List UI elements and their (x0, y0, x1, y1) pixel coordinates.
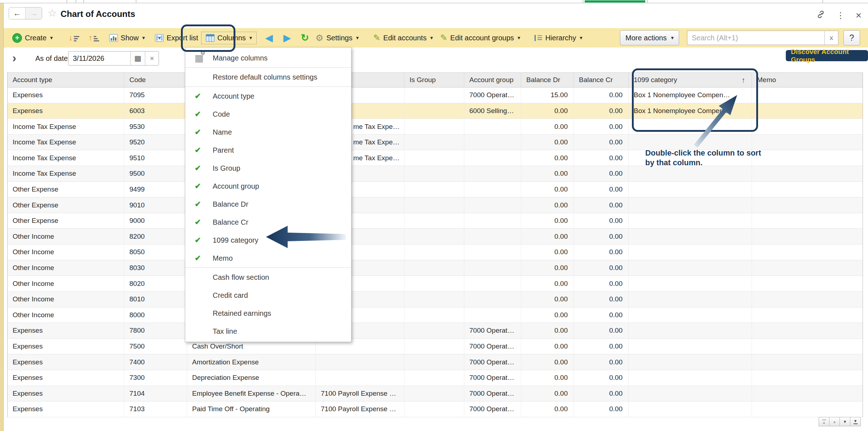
cell-balance_dr[interactable]: 0.00 (521, 260, 574, 276)
cell-account_group[interactable] (464, 135, 521, 150)
cell-code[interactable]: 9510 (124, 150, 187, 166)
cell-account_group[interactable]: 7000 Operat… (464, 323, 521, 338)
cell-balance_dr[interactable]: 0.00 (521, 370, 574, 386)
settings-button[interactable]: ⚙ Settings ▾ (315, 33, 359, 42)
next-arrow-button[interactable]: ▶ (283, 33, 291, 42)
cell-is_group[interactable] (404, 354, 464, 370)
cell-is_group[interactable] (404, 229, 464, 244)
scroll-to-top-button[interactable]: ▲ (819, 417, 829, 426)
cell-code[interactable]: 7500 (124, 339, 187, 354)
cell-code[interactable]: 8200 (124, 229, 187, 244)
cell-balance_dr[interactable]: 0.00 (521, 229, 574, 244)
cell-balance_cr[interactable]: 0.00 (574, 260, 629, 276)
cell-account_group[interactable] (464, 292, 521, 307)
menu-item-account-group[interactable]: ✔Account group (185, 177, 351, 195)
cell-balance_dr[interactable]: 0.00 (521, 292, 574, 307)
edit-accounts-button[interactable]: ✎ Edit accounts ▾ (373, 33, 433, 42)
table-row[interactable]: Other Income80500.000.00 (8, 244, 863, 260)
cell-account_group[interactable] (464, 276, 521, 291)
cell-parent[interactable]: 7100 Payroll Expense … (316, 386, 404, 401)
cell-balance_cr[interactable]: 0.00 (574, 307, 629, 323)
menu-item-restore-default-columns-settings[interactable]: Restore default columns settings (185, 68, 351, 86)
table-row[interactable]: Other Expense90000.000.00 (8, 213, 863, 229)
cell-is_group[interactable] (404, 135, 464, 150)
cell-code[interactable]: 7103 (124, 401, 187, 417)
cell-is_group[interactable] (404, 401, 464, 417)
cell-account_group[interactable] (464, 307, 521, 323)
cell-account_group[interactable] (464, 182, 521, 197)
table-row[interactable]: Expenses7400Amortization Expense7000 Ope… (8, 354, 863, 370)
table-row[interactable]: Income Tax Expense95000.000.00 (8, 166, 863, 182)
menu-item-account-type[interactable]: ✔Account type (185, 87, 351, 105)
table-row[interactable]: Expenses7104Employee Benefit Expense - O… (8, 386, 863, 402)
favorite-star-icon[interactable]: ☆ (48, 7, 57, 19)
cell-account_group[interactable] (464, 119, 521, 134)
cell-code[interactable]: 7104 (124, 386, 187, 401)
cell-balance_dr[interactable]: 0.00 (521, 323, 574, 338)
cell-balance_cr[interactable]: 0.00 (574, 292, 629, 307)
cell-balance_dr[interactable]: 0.00 (521, 339, 574, 354)
cell-memo[interactable] (752, 323, 863, 338)
scroll-down-button[interactable]: ▼ (840, 417, 850, 426)
cell-account_group[interactable] (464, 229, 521, 244)
cell-balance_cr[interactable]: 0.00 (574, 213, 629, 229)
cell-is_group[interactable] (404, 150, 464, 166)
cell-balance_dr[interactable]: 15.00 (521, 87, 574, 103)
cell-account_type[interactable]: Other Expense (8, 197, 124, 213)
forward-button[interactable]: → (25, 8, 42, 19)
column-header-balance_cr[interactable]: Balance Cr (574, 73, 629, 87)
cell-account_group[interactable]: 6000 Selling… (464, 103, 521, 119)
cell-account_type[interactable]: Other Income (8, 292, 124, 307)
column-header-account_type[interactable]: Account type (8, 73, 124, 87)
cell-account_group[interactable]: 7000 Operat… (464, 401, 521, 417)
cell-code[interactable]: 9000 (124, 213, 187, 229)
cell-category_1099[interactable] (629, 370, 752, 386)
table-row[interactable]: Other Income80200.000.00 (8, 276, 863, 292)
cell-balance_dr[interactable]: 0.00 (521, 386, 574, 401)
table-row[interactable]: Income Tax Expense9520me Tax Expe…0.000.… (8, 135, 863, 151)
cell-code[interactable]: 8010 (124, 292, 187, 307)
cell-is_group[interactable] (404, 244, 464, 260)
table-row[interactable]: Other Expense90100.000.00 (8, 197, 863, 213)
cell-name[interactable]: Paid Time Off - Operating (187, 401, 316, 417)
table-row[interactable]: Other Income82000.000.00 (8, 229, 863, 244)
cell-account_type[interactable]: Other Income (8, 229, 124, 244)
cell-parent[interactable] (316, 354, 404, 370)
cell-account_type[interactable]: Expenses (8, 370, 124, 386)
cell-memo[interactable] (752, 119, 863, 134)
cell-memo[interactable] (752, 103, 863, 119)
cell-balance_cr[interactable]: 0.00 (574, 119, 629, 134)
cell-memo[interactable] (752, 213, 863, 229)
cell-is_group[interactable] (404, 182, 464, 197)
cell-account_type[interactable]: Other Expense (8, 182, 124, 197)
cell-is_group[interactable] (404, 292, 464, 307)
cell-code[interactable]: 9499 (124, 182, 187, 197)
edit-account-groups-button[interactable]: ✎ Edit account groups ▾ (440, 33, 520, 42)
cell-account_group[interactable] (464, 244, 521, 260)
cell-memo[interactable] (752, 307, 863, 323)
cell-category_1099[interactable] (629, 401, 752, 417)
kebab-menu-icon[interactable]: ⋮ (836, 10, 845, 21)
cell-is_group[interactable] (404, 323, 464, 338)
cell-code[interactable]: 7800 (124, 323, 187, 338)
cell-category_1099[interactable] (629, 135, 752, 150)
cell-balance_cr[interactable]: 0.00 (574, 354, 629, 370)
cell-account_type[interactable]: Income Tax Expense (8, 119, 124, 134)
as-of-date-input[interactable] (68, 51, 130, 65)
table-row[interactable]: Other Income80000.000.00 (8, 307, 863, 323)
cell-balance_cr[interactable]: 0.00 (574, 182, 629, 197)
cell-code[interactable]: 9500 (124, 166, 187, 181)
create-button[interactable]: + Create ▾ (12, 33, 53, 43)
cell-account_type[interactable]: Expenses (8, 87, 124, 103)
cell-code[interactable]: 6003 (124, 103, 187, 119)
cell-balance_cr[interactable]: 0.00 (574, 87, 629, 103)
cell-category_1099[interactable] (629, 244, 752, 260)
menu-item-retained-earnings[interactable]: Retained earnings (185, 304, 351, 322)
table-row[interactable]: Expenses7103Paid Time Off - Operating710… (8, 401, 863, 417)
cell-code[interactable]: 8000 (124, 307, 187, 323)
cell-account_type[interactable]: Other Income (8, 276, 124, 291)
cell-parent[interactable] (316, 370, 404, 386)
cell-is_group[interactable] (404, 386, 464, 401)
cell-balance_cr[interactable]: 0.00 (574, 197, 629, 213)
menu-item-memo[interactable]: ✔Memo (185, 249, 351, 267)
